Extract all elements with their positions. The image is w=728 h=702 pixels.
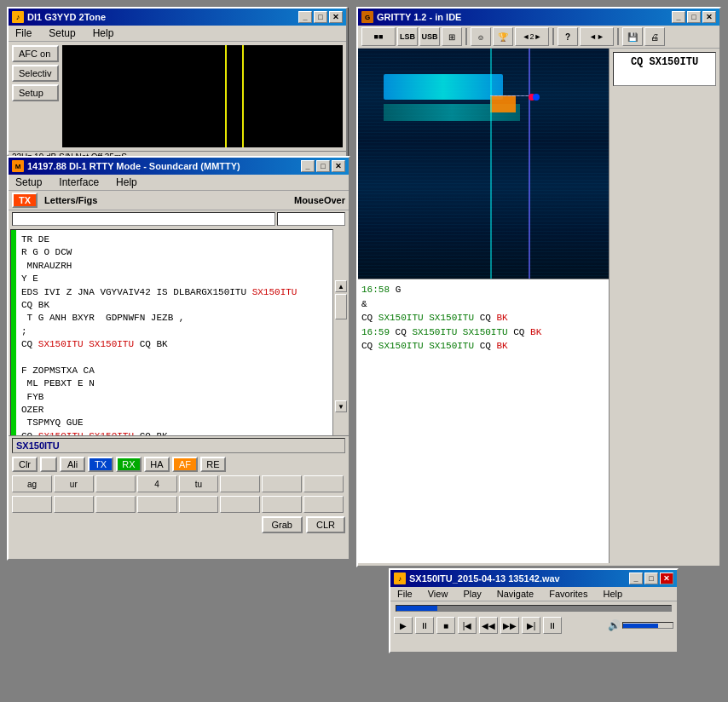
tx-button[interactable]: TX (12, 193, 38, 208)
re-button[interactable]: RE (200, 457, 226, 472)
wav-menu-play[interactable]: Play (459, 588, 484, 600)
rx-func-button[interactable]: RX (116, 457, 142, 472)
decode-line-1: TR DE (21, 233, 329, 246)
decode-line-4: Y E (21, 273, 329, 285)
wav-volume-slider[interactable] (622, 622, 673, 629)
decode-cq-3: CQ (474, 341, 496, 351)
filter-btn[interactable]: ⊞ (442, 27, 462, 46)
mmtty-scrollbar[interactable]: ▲ ▼ (335, 280, 347, 412)
2tone-titlebar: ♪ DI1 G3YYD 2Tone _ □ ✕ (9, 9, 346, 26)
wav-prev-btn[interactable]: |◀ (458, 617, 477, 634)
gritty-maximize[interactable]: □ (687, 11, 701, 23)
scroll-up-arrow[interactable]: ▲ (335, 280, 347, 292)
usb-btn[interactable]: USB (419, 27, 440, 46)
decode-bk-1: BK (496, 313, 507, 323)
setup-button[interactable]: Setup (12, 84, 59, 101)
wav-progress-bar[interactable] (396, 605, 672, 612)
macro-r2-4[interactable] (137, 496, 177, 513)
wav-maximize[interactable]: □ (644, 573, 658, 584)
wav-pause-btn[interactable]: ⏸ (415, 617, 434, 634)
macro-empty-2[interactable] (220, 475, 260, 492)
mmtty-minimize[interactable]: _ (301, 160, 315, 172)
macro-empty-1[interactable] (95, 475, 136, 492)
grab-button[interactable]: Grab (262, 516, 303, 533)
tx-func-button[interactable]: TX (88, 457, 113, 472)
wav-next-btn[interactable]: ▶| (522, 617, 540, 634)
tone-line-2 (242, 45, 244, 147)
letters-input[interactable] (12, 212, 275, 226)
scroll-thumb[interactable] (335, 294, 347, 319)
macro-r2-3[interactable] (95, 496, 136, 513)
freq-btn[interactable]: ◄2► (515, 27, 549, 46)
waterfall-vline-blue (529, 49, 530, 279)
waterfall-signal-1 (384, 74, 503, 100)
decode-bk-3: BK (496, 341, 507, 351)
decode-line-12: ML PEBXT E N (21, 377, 329, 390)
ali-button[interactable]: Ali (60, 457, 85, 472)
macro-tu[interactable]: tu (179, 475, 219, 492)
gritty-decode-line-3: CQ SX150ITU SX150ITU CQ BK (361, 311, 605, 325)
mouseover-input[interactable] (277, 212, 345, 226)
mmtty-menu-setup[interactable]: Setup (12, 176, 45, 189)
selective-button[interactable]: Selectiv (12, 65, 59, 82)
menu-setup[interactable]: Setup (45, 26, 78, 40)
empty-btn-1[interactable] (40, 457, 57, 472)
gritty-decode-line-5: CQ SX150ITU SX150ITU CQ BK (361, 339, 605, 354)
menu-help[interactable]: Help (90, 26, 118, 40)
window-gritty: G GRITTY 1.2 - in IDE _ □ ✕ ■■ LSB USB ⊞… (356, 7, 721, 567)
macro-r2-5[interactable] (179, 496, 219, 513)
minimize-btn[interactable]: _ (298, 11, 312, 23)
wav-menu: File View Play Navigate Favorites Help (390, 587, 677, 601)
save-btn[interactable]: 💾 (622, 27, 643, 46)
macro-r2-1[interactable] (12, 496, 52, 513)
macro-ag[interactable]: ag (12, 475, 52, 492)
gritty-close[interactable]: ✕ (702, 11, 716, 23)
wav-rew-btn[interactable]: ◀◀ (479, 617, 498, 634)
menu-file[interactable]: File (12, 26, 35, 40)
mode-btn[interactable]: ■■ (361, 27, 396, 46)
macro-empty-3[interactable] (262, 475, 302, 492)
maximize-btn[interactable]: □ (314, 11, 327, 23)
clr-button[interactable]: Clr (12, 457, 38, 472)
mmtty-close[interactable]: ✕ (332, 160, 345, 172)
callsign-green-5: SX150ITU (378, 341, 424, 351)
wav-close[interactable]: ✕ (660, 573, 673, 584)
gritty-minimize[interactable]: _ (672, 11, 685, 23)
macro-ur[interactable]: ur (54, 475, 94, 492)
wav-play-btn[interactable]: ▶ (394, 617, 413, 634)
afc-button[interactable]: AFC on (12, 45, 59, 62)
mmtty-maximize[interactable]: □ (316, 160, 330, 172)
decode-line-2: R G O DCW (21, 246, 329, 259)
mmtty-titlebar: M 14197.88 DI-1 RTTY Mode - Soundcard (M… (9, 158, 349, 175)
mmtty-menu-help[interactable]: Help (113, 176, 141, 189)
lsb-btn[interactable]: LSB (397, 27, 418, 46)
antenna-btn[interactable]: ⌾ (471, 27, 491, 46)
extra-btn[interactable]: ◄► (580, 27, 614, 46)
wav-menu-favorites[interactable]: Favorites (546, 588, 591, 600)
clr-button-2[interactable]: CLR (306, 516, 345, 533)
wav-minimize[interactable]: _ (629, 573, 643, 584)
print-btn[interactable]: 🖨 (644, 27, 665, 46)
decode-line-5: EDS IVI Z JNA VGYVAIV42 IS DLBARGX150ITU… (21, 286, 329, 299)
decode-line-8: ; (21, 325, 329, 338)
af-button[interactable]: AF (172, 457, 198, 472)
close-btn[interactable]: ✕ (329, 11, 343, 23)
wav-menu-navigate[interactable]: Navigate (494, 588, 537, 600)
wav-stop-btn[interactable]: ■ (436, 617, 455, 634)
wav-pause2-btn[interactable]: ⏸ (543, 617, 562, 634)
macro-empty-4[interactable] (303, 475, 344, 492)
macro-r2-2[interactable] (54, 496, 94, 513)
wav-menu-view[interactable]: View (425, 588, 452, 600)
macro-r2-7[interactable] (262, 496, 302, 513)
macro-4[interactable]: 4 (137, 475, 177, 492)
wav-menu-help[interactable]: Help (599, 588, 626, 600)
wav-fwd-btn[interactable]: ▶▶ (500, 617, 519, 634)
macro-r2-6[interactable] (220, 496, 260, 513)
help-btn[interactable]: ? (558, 27, 578, 46)
mmtty-menu-interface[interactable]: Interface (55, 176, 102, 189)
trophy-btn[interactable]: 🏆 (493, 27, 513, 46)
ha-button[interactable]: HA (144, 457, 170, 472)
scroll-down-arrow[interactable]: ▼ (335, 400, 347, 412)
wav-menu-file[interactable]: File (394, 588, 416, 600)
macro-r2-8[interactable] (303, 496, 344, 513)
